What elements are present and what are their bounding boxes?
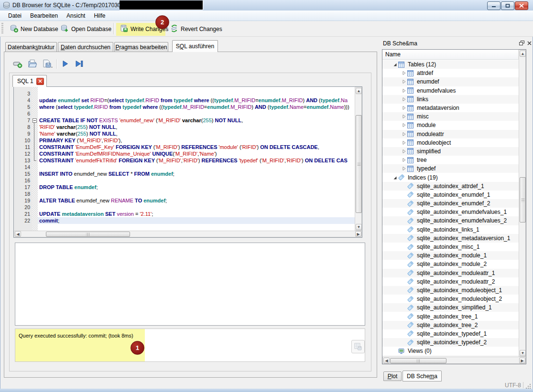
execute-sql-icon[interactable]: [62, 60, 69, 69]
tree-row[interactable]: sqlite_autoindex_enumdefvalues_1: [382, 208, 519, 216]
menu-datei[interactable]: Datei: [4, 11, 26, 21]
scroll-up-icon[interactable]: ▲: [520, 51, 526, 57]
editor-vscrollbar[interactable]: ▲ ▼: [355, 87, 362, 231]
restore-button[interactable]: [501, 1, 514, 10]
tree-row[interactable]: sqlite_autoindex_simplified_1: [382, 303, 519, 312]
tree-row-label: sqlite_autoindex_enumdefvalues_1: [415, 209, 507, 215]
hscroll-thumb[interactable]: [46, 232, 130, 237]
save-sql-file-icon[interactable]: [42, 59, 54, 71]
menu-ansicht[interactable]: Ansicht: [62, 11, 89, 21]
close-button[interactable]: [515, 1, 528, 10]
expand-icon[interactable]: [400, 96, 407, 102]
sql1-tab-close-icon[interactable]: [36, 78, 44, 85]
tree-row[interactable]: tree: [382, 156, 519, 164]
new-database-button[interactable]: New Database: [8, 23, 60, 35]
tree-row[interactable]: sqlite_autoindex_enumdefvalues_2: [382, 216, 519, 225]
tree-row[interactable]: sqlite_autoindex_typedef_2: [382, 338, 519, 347]
tree-row[interactable]: sqlite_autoindex_module_2: [382, 260, 519, 268]
revert-changes-button[interactable]: Revert Changes: [168, 23, 224, 35]
open-database-button[interactable]: Open Database: [59, 23, 113, 35]
expand-icon[interactable]: [400, 105, 407, 111]
table-icon: [407, 105, 415, 111]
tree-row[interactable]: simplified: [382, 147, 519, 156]
expand-icon[interactable]: [400, 140, 407, 146]
tab-sql-ausfuehren[interactable]: SQL ausführen: [172, 40, 218, 52]
dock-close-icon[interactable]: [526, 40, 533, 46]
tree-row[interactable]: sqlite_autoindex_enumdef_1: [382, 191, 519, 199]
tree-row[interactable]: moduleattr: [382, 130, 519, 138]
tree-hscrollbar[interactable]: ◀ ▶: [382, 357, 526, 364]
expand-icon[interactable]: [400, 148, 407, 154]
tree-row[interactable]: sqlite_autoindex_moduleattr_1: [382, 269, 519, 277]
tree-row[interactable]: sqlite_autoindex_enumdef_2: [382, 199, 519, 208]
tree-row[interactable]: Tables (12): [382, 60, 519, 69]
expand-icon[interactable]: [400, 166, 407, 171]
menu-bearbeiten[interactable]: Bearbeiten: [26, 11, 62, 21]
tree-row[interactable]: sqlite_autoindex_links_1: [382, 225, 519, 234]
tree-hscroll-thumb[interactable]: [390, 358, 446, 363]
tree-row[interactable]: links: [382, 95, 519, 104]
editor-hscrollbar[interactable]: ◀ ▶: [14, 231, 362, 237]
expand-icon[interactable]: [400, 70, 407, 76]
scroll-up-icon[interactable]: ▲: [356, 88, 362, 94]
dock-float-icon[interactable]: [518, 40, 525, 46]
tree-row[interactable]: sqlite_autoindex_attrdef_1: [382, 182, 519, 191]
open-sql-file-icon[interactable]: [28, 59, 37, 70]
tree-row[interactable]: attrdef: [382, 69, 519, 77]
code-line: 21UPDATE metadataversion SET version = '…: [14, 211, 355, 217]
dock-tab-plot[interactable]: Plot: [383, 371, 402, 381]
tree-row[interactable]: sqlite_autoindex_typedef_1: [382, 329, 519, 338]
tab-pragmas-bearbeiten[interactable]: Pragmas bearbeiten: [114, 42, 168, 52]
code-line: 12CONSTRAINT 'EnumDefMRIFIDName_Unique' …: [14, 150, 355, 157]
code-line: 16: [14, 177, 355, 184]
scroll-left-icon[interactable]: ◀: [15, 231, 21, 237]
sql-editor[interactable]: 34update enumdef set RIFID=(select typed…: [13, 86, 362, 238]
execute-current-line-icon[interactable]: [75, 60, 84, 69]
sql1-tab[interactable]: SQL 1: [12, 75, 47, 87]
tree-row[interactable]: sqlite_autoindex_tree_2: [382, 321, 519, 329]
menu-hilfe[interactable]: Hilfe: [89, 11, 109, 21]
tree-vscroll-thumb[interactable]: [520, 177, 526, 222]
tree-row[interactable]: sqlite_autoindex_metadataversion_1: [382, 234, 519, 243]
tree-vscrollbar[interactable]: ▲ ▼: [519, 50, 526, 357]
tab-daten-durchsuchen[interactable]: Daten durchsuchen: [58, 42, 113, 52]
tree-row[interactable]: sqlite_autoindex_misc_1: [382, 243, 519, 251]
resize-grip[interactable]: [526, 383, 531, 389]
expand-icon[interactable]: [400, 122, 407, 128]
collapse-icon[interactable]: [391, 62, 398, 67]
tree-row[interactable]: misc: [382, 112, 519, 121]
tree-row[interactable]: sqlite_autoindex_tree_1: [382, 312, 519, 320]
expand-icon[interactable]: [400, 79, 407, 85]
tree-row[interactable]: Views (0): [382, 347, 519, 355]
save-results-button[interactable]: [351, 340, 365, 353]
tree-row[interactable]: Indices (19): [382, 173, 519, 181]
tree-header-name[interactable]: Name: [382, 50, 519, 60]
tree-row[interactable]: sqlite_autoindex_moduleobject_1: [382, 286, 519, 295]
new-tab-icon[interactable]: [13, 61, 23, 70]
expand-icon[interactable]: [400, 157, 407, 163]
tree-row[interactable]: sqlite_autoindex_module_1: [382, 251, 519, 260]
tab-datenbankstruktur[interactable]: Datenbankstruktur: [5, 42, 57, 52]
tree-row[interactable]: sqlite_autoindex_moduleattr_2: [382, 277, 519, 286]
scroll-right-icon[interactable]: ▶: [355, 231, 361, 237]
expand-icon[interactable]: [400, 131, 407, 137]
tree-row[interactable]: sqlite_autoindex_moduleobject_2: [382, 295, 519, 303]
scroll-down-icon[interactable]: ▼: [520, 350, 526, 356]
annotation-badge-2: 2: [155, 15, 169, 29]
collapse-icon[interactable]: [391, 175, 398, 180]
tree-row[interactable]: enumdefvalues: [382, 86, 519, 95]
expand-icon[interactable]: [400, 114, 407, 119]
scroll-left-icon[interactable]: ◀: [383, 358, 390, 363]
scroll-right-icon[interactable]: ▶: [519, 358, 525, 363]
tree-row[interactable]: typedef: [382, 164, 519, 173]
dock-tab-db-schema[interactable]: DB Schema: [402, 371, 442, 381]
scroll-down-icon[interactable]: ▼: [356, 224, 362, 230]
tree-row-label: links: [415, 96, 428, 103]
tree-row[interactable]: metadataversion: [382, 104, 519, 112]
expand-icon[interactable]: [400, 88, 407, 94]
vscroll-thumb[interactable]: [356, 115, 362, 213]
tree-row[interactable]: enumdef: [382, 77, 519, 86]
tree-row[interactable]: moduleobject: [382, 138, 519, 147]
minimize-button[interactable]: [487, 1, 500, 10]
tree-row[interactable]: module: [382, 121, 519, 129]
